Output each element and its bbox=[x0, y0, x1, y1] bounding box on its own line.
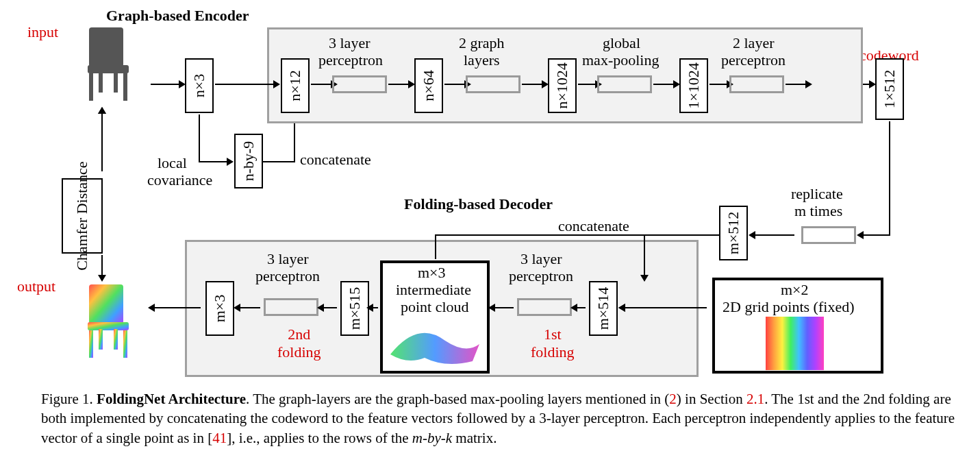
rep-a: replicate bbox=[791, 185, 843, 203]
mx3-box: m×3 bbox=[205, 281, 234, 336]
cap-fig: Figure 1. bbox=[41, 391, 97, 407]
turn1 bbox=[199, 114, 200, 162]
enc-gma: global bbox=[603, 34, 640, 52]
cap-mk: m-by-k bbox=[412, 430, 452, 446]
enc-p2b: perceptron bbox=[721, 51, 786, 69]
enc-p3a: 3 layer bbox=[329, 34, 370, 52]
enc-g2a: 2 graph bbox=[459, 34, 505, 52]
rep-proc bbox=[801, 226, 856, 244]
cap-title: FoldingNet Architecture bbox=[97, 391, 246, 407]
input-chair-icon bbox=[75, 21, 151, 110]
concat-label-1: concatenate bbox=[300, 151, 371, 169]
arrow-nx3-nx12 bbox=[215, 84, 274, 85]
cap-l1: 2 bbox=[669, 391, 677, 407]
a16a bbox=[323, 307, 337, 308]
concat-label-2: concatenate bbox=[558, 217, 629, 235]
1x512-box: 1×512 bbox=[875, 58, 904, 120]
figure-caption: Figure 1. FoldingNet Architecture. The g… bbox=[41, 389, 959, 448]
cap-l3: 41 bbox=[212, 430, 227, 446]
a1 bbox=[311, 84, 331, 85]
grid-desc: 2D grid points (fixed) bbox=[723, 298, 854, 316]
a5 bbox=[578, 84, 596, 85]
a7 bbox=[709, 84, 727, 85]
dec-proc-1 bbox=[517, 298, 572, 316]
second-folding-label: 2nd folding bbox=[277, 326, 321, 361]
a3 bbox=[444, 84, 465, 85]
dec-d3a2: 3 layer bbox=[267, 250, 308, 268]
enc-proc-4 bbox=[729, 75, 784, 93]
turn2b bbox=[294, 120, 295, 162]
a15 bbox=[373, 307, 378, 308]
enc-proc-2 bbox=[466, 75, 520, 93]
svg-rect-10 bbox=[99, 329, 103, 350]
chamfer-label: Chamfer Distance bbox=[74, 161, 90, 270]
turn2a bbox=[263, 161, 294, 162]
localcov-line1: local bbox=[158, 154, 187, 172]
a8b bbox=[863, 84, 870, 85]
svg-rect-3 bbox=[123, 73, 127, 101]
output-label: output bbox=[17, 278, 55, 295]
1x512-label: 1×512 bbox=[881, 70, 899, 108]
mx512-label: m×512 bbox=[725, 212, 742, 255]
dec-d3a: 3 layer bbox=[520, 250, 562, 268]
decoder-title: Folding-based Decoder bbox=[404, 195, 553, 213]
svg-rect-5 bbox=[114, 72, 118, 93]
enc-p3b: perceptron bbox=[318, 51, 383, 69]
localcov-line2: covariance bbox=[147, 171, 212, 189]
a11b bbox=[644, 234, 645, 276]
nx64-box: n×64 bbox=[414, 58, 443, 113]
mx514-label: m×514 bbox=[594, 287, 612, 330]
a12 bbox=[625, 307, 707, 308]
cap-l2: 2.1 bbox=[746, 391, 764, 407]
mx515-label: m×515 bbox=[346, 287, 364, 330]
svg-rect-2 bbox=[89, 73, 93, 101]
a14a bbox=[435, 234, 436, 259]
nx3-label: n×3 bbox=[190, 74, 208, 97]
architecture-diagram: Graph-based Encoder Folding-based Decode… bbox=[41, 7, 952, 380]
svg-rect-1 bbox=[88, 65, 129, 73]
nx64-label: n×64 bbox=[420, 70, 438, 101]
intermediate-cloud-icon bbox=[384, 317, 486, 371]
enc-proc-1 bbox=[332, 75, 387, 93]
interm-b: point cloud bbox=[401, 298, 469, 316]
chamfer-arrow-down bbox=[101, 255, 103, 276]
a10 bbox=[755, 234, 794, 236]
mx514-box: m×514 bbox=[589, 281, 618, 336]
svg-rect-11 bbox=[114, 329, 118, 350]
cap-b4: ], i.e., applies to the rows of the bbox=[227, 430, 412, 446]
a11a bbox=[644, 234, 719, 236]
cap-b5: matrix. bbox=[452, 430, 497, 446]
rep-b: m times bbox=[794, 202, 842, 220]
interm-a: intermediate bbox=[396, 281, 471, 299]
svg-rect-4 bbox=[99, 72, 103, 93]
a13b bbox=[494, 307, 514, 308]
output-chair-icon bbox=[75, 278, 151, 374]
nx3-box: n×3 bbox=[185, 58, 214, 113]
a17 bbox=[154, 307, 201, 308]
a14b bbox=[435, 234, 644, 236]
input-label: input bbox=[27, 23, 58, 41]
chamfer-arrow-up bbox=[101, 113, 103, 171]
a9b bbox=[863, 234, 890, 236]
cap-b2: ) in Section bbox=[677, 391, 746, 407]
turn1b bbox=[199, 161, 227, 162]
cap-b1: . The graph-layers are the graph-based m… bbox=[246, 391, 669, 407]
a8 bbox=[786, 84, 806, 85]
a13a bbox=[577, 307, 586, 308]
a6 bbox=[653, 84, 674, 85]
svg-rect-9 bbox=[123, 330, 127, 358]
nx1024-box: n×1024 bbox=[548, 58, 577, 113]
svg-rect-7 bbox=[88, 322, 129, 330]
enc-p2a: 2 layer bbox=[733, 34, 774, 52]
enc-proc-3 bbox=[597, 75, 652, 93]
first-folding-label: 1st folding bbox=[531, 326, 575, 361]
dec-d3b: perceptron bbox=[509, 267, 573, 285]
svg-rect-8 bbox=[89, 330, 93, 358]
nx12-label: n×12 bbox=[286, 70, 304, 101]
interm-dim: m×3 bbox=[418, 264, 446, 282]
grid-dim: m×2 bbox=[781, 281, 809, 299]
mx515-box: m×515 bbox=[340, 281, 369, 336]
svg-rect-6 bbox=[89, 284, 123, 324]
1x1024-box: 1×1024 bbox=[679, 58, 708, 113]
rainbow-grid-icon bbox=[766, 317, 824, 370]
